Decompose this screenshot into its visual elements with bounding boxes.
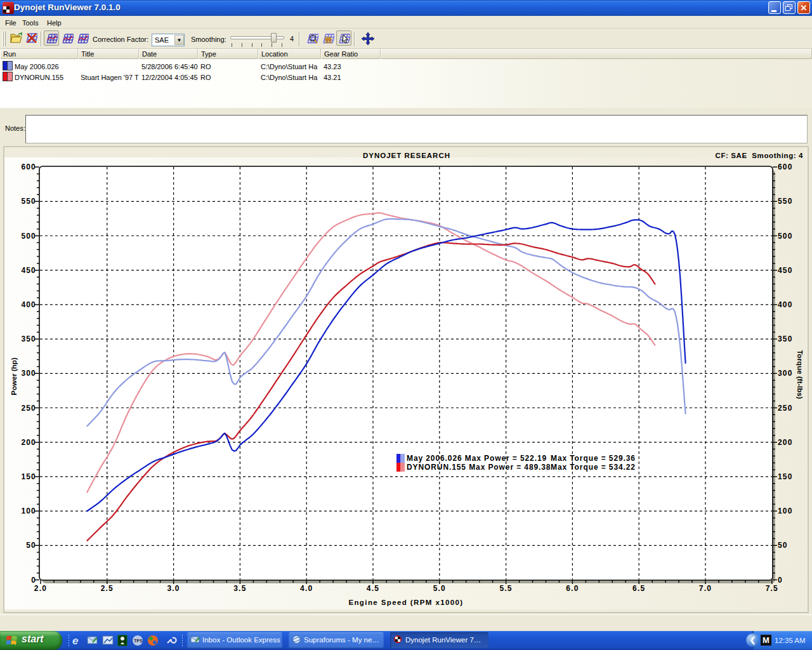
svg-text:2.0: 2.0: [34, 584, 47, 593]
svg-text:7.0: 7.0: [699, 584, 712, 593]
svg-text:450: 450: [778, 266, 793, 275]
svg-text:50: 50: [26, 541, 36, 550]
svg-text:3.5: 3.5: [233, 584, 246, 593]
svg-text:450: 450: [21, 266, 36, 275]
svg-text:500: 500: [21, 232, 36, 241]
svg-text:7.5: 7.5: [766, 584, 778, 593]
svg-text:4.5: 4.5: [367, 584, 379, 593]
svg-text:3.0: 3.0: [167, 584, 180, 593]
svg-text:6.5: 6.5: [632, 584, 645, 593]
svg-text:400: 400: [21, 300, 36, 309]
svg-text:350: 350: [778, 335, 793, 343]
svg-text:DYNORUN.155 Max Power = 489.38: DYNORUN.155 Max Power = 489.38: [407, 463, 551, 472]
svg-text:TPS: TPS: [134, 639, 143, 643]
svg-text:50: 50: [778, 541, 788, 550]
svg-text:May 2006.026 Max Power = 522.1: May 2006.026 Max Power = 522.19: [407, 454, 547, 463]
svg-text:DYNOJET RESEARCH: DYNOJET RESEARCH: [363, 152, 450, 159]
svg-text:5.0: 5.0: [433, 584, 446, 593]
svg-text:e: e: [72, 635, 78, 647]
svg-text:6.0: 6.0: [566, 584, 579, 593]
svg-text:0: 0: [31, 576, 36, 585]
svg-text:150: 150: [778, 472, 793, 481]
svg-text:500: 500: [778, 232, 793, 241]
svg-text:Max Torque = 529.36: Max Torque = 529.36: [551, 454, 636, 463]
svg-text:5.5: 5.5: [499, 584, 512, 593]
svg-text:300: 300: [21, 369, 36, 378]
svg-text:200: 200: [778, 438, 793, 447]
svg-text:300: 300: [778, 369, 793, 378]
svg-text:550: 550: [778, 197, 793, 206]
svg-text:Torque (ft-lbs): Torque (ft-lbs): [796, 350, 804, 399]
svg-text:600: 600: [778, 162, 793, 171]
svg-text:600: 600: [21, 162, 36, 171]
svg-text:2.5: 2.5: [101, 584, 114, 593]
svg-text:0: 0: [778, 576, 783, 585]
svg-text:Max Torque = 534.22: Max Torque = 534.22: [551, 463, 636, 472]
svg-text:CF: SAE Smoothing: 4: CF: SAE Smoothing: 4: [716, 152, 803, 159]
svg-text:Engine Speed (RPM x1000): Engine Speed (RPM x1000): [348, 599, 463, 606]
svg-text:100: 100: [778, 507, 793, 515]
svg-text:100: 100: [21, 507, 36, 515]
svg-text:Power (hp): Power (hp): [10, 357, 18, 395]
svg-text:4.0: 4.0: [300, 584, 313, 593]
svg-text:250: 250: [21, 404, 36, 413]
svg-text:250: 250: [778, 404, 793, 413]
svg-text:550: 550: [21, 197, 36, 206]
svg-text:200: 200: [21, 438, 36, 447]
svg-text:150: 150: [21, 472, 36, 481]
svg-text:350: 350: [21, 335, 36, 343]
svg-text:400: 400: [778, 300, 793, 309]
